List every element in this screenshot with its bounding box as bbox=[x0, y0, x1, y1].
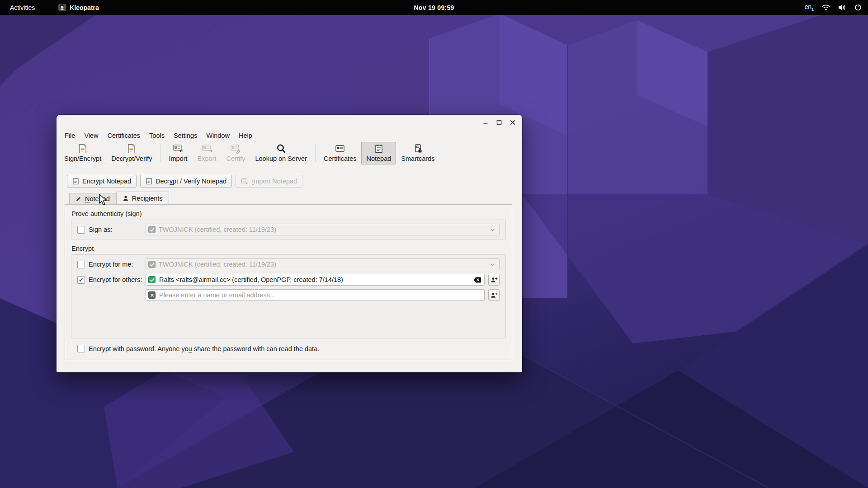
toolbar-sign-encrypt[interactable]: Sign/Encrypt bbox=[59, 142, 106, 164]
menu-view[interactable]: View bbox=[80, 131, 103, 140]
toolbar-lookup-on-server[interactable]: Lookup on Server bbox=[250, 142, 311, 164]
menu-help[interactable]: Help bbox=[234, 131, 257, 140]
menu-settings[interactable]: Settings bbox=[169, 131, 202, 140]
pencil-icon bbox=[75, 196, 82, 202]
certificates-icon bbox=[335, 144, 345, 154]
sign-as-combobox: TWOJNICK (certified, created: 11/19/23) bbox=[146, 224, 500, 235]
encrypt-for-me-combobox: TWOJNICK (certified, created: 11/19/23) bbox=[146, 258, 500, 270]
encrypt-section-title: Encrypt bbox=[71, 245, 506, 252]
encrypt-with-password-label: Encrypt with password. Anyone you share … bbox=[89, 345, 319, 352]
kleopatra-app-icon bbox=[58, 4, 66, 11]
toolbar-certificates[interactable]: Certificates bbox=[319, 142, 362, 164]
password-option-row: Encrypt with password. Anyone you share … bbox=[77, 345, 506, 352]
close-button[interactable] bbox=[507, 117, 519, 128]
encrypt-for-me-value: TWOJNICK (certified, created: 11/19/23) bbox=[159, 261, 276, 268]
chevron-down-icon bbox=[490, 263, 495, 266]
sign-as-label: Sign as: bbox=[89, 226, 146, 233]
import-icon bbox=[173, 144, 184, 154]
system-status-area[interactable]: en1 bbox=[804, 3, 862, 12]
toolbar-notepad[interactable]: Notepad bbox=[361, 142, 396, 164]
decrypt-verify-notepad-button[interactable]: Decrypt / Verify Notepad bbox=[140, 175, 232, 188]
notepad-icon bbox=[374, 144, 384, 154]
volume-icon[interactable] bbox=[838, 4, 846, 11]
select-recipient-button-2[interactable] bbox=[488, 289, 500, 301]
focused-app-name: Kleopatra bbox=[70, 4, 99, 11]
encrypt-groupbox: Encrypt for me: TWOJNICK (certified, cre… bbox=[71, 254, 506, 338]
minimize-icon bbox=[482, 119, 489, 126]
main-toolbar: Sign/Encrypt Decrypt/Verify Import bbox=[57, 141, 522, 166]
tab-recipients[interactable]: Recipients bbox=[116, 192, 169, 204]
checked-box-green-icon bbox=[148, 276, 156, 283]
x-box-icon bbox=[148, 291, 156, 299]
encrypt-notepad-button[interactable]: Encrypt Notepad bbox=[67, 175, 137, 188]
sign-as-checkbox[interactable] bbox=[77, 226, 85, 234]
checked-box-gray-icon bbox=[148, 226, 156, 233]
add-contact-icon bbox=[491, 292, 498, 299]
clear-backspace-icon bbox=[473, 277, 481, 283]
toolbar-smartcards[interactable]: Smartcards bbox=[396, 142, 439, 164]
toolbar-import[interactable]: Import bbox=[164, 142, 192, 164]
import-notepad-button: Import Notepad bbox=[236, 175, 302, 188]
encrypt-for-me-checkbox[interactable] bbox=[77, 261, 85, 268]
close-icon bbox=[509, 119, 516, 126]
clock[interactable]: Nov 19 09:59 bbox=[409, 3, 458, 12]
toolbar-export: Export bbox=[193, 142, 222, 164]
minimize-button[interactable] bbox=[480, 117, 491, 128]
sign-encrypt-icon bbox=[78, 144, 87, 154]
activities-button[interactable]: Activities bbox=[6, 3, 38, 12]
lookup-icon bbox=[276, 144, 286, 154]
menu-window[interactable]: Window bbox=[202, 131, 234, 140]
recipient-input-empty[interactable] bbox=[146, 289, 485, 301]
menu-tools[interactable]: Tools bbox=[145, 131, 169, 140]
sign-as-value: TWOJNICK (certified, created: 11/19/23) bbox=[159, 226, 276, 233]
toolbar-certify: Certify bbox=[222, 142, 250, 164]
toolbar-separator bbox=[160, 144, 160, 162]
add-contact-icon bbox=[491, 277, 498, 283]
person-icon bbox=[123, 195, 129, 202]
menu-bar: File View Certificates Tools Settings Wi… bbox=[57, 130, 522, 141]
certify-icon bbox=[230, 144, 241, 154]
import-notepad-icon bbox=[241, 178, 249, 185]
focused-app-menu[interactable]: Kleopatra bbox=[56, 3, 102, 12]
notepad-actions: Encrypt Notepad Decrypt / Verify Notepad… bbox=[67, 175, 522, 188]
mouse-cursor bbox=[99, 194, 108, 206]
encrypt-for-others-label: Encrypt for others: bbox=[89, 276, 146, 283]
maximize-icon bbox=[496, 119, 502, 126]
notepad-small-icon bbox=[146, 178, 152, 185]
chevron-down-icon bbox=[490, 228, 495, 231]
window-titlebar[interactable] bbox=[57, 115, 522, 130]
kleopatra-window: File View Certificates Tools Settings Wi… bbox=[57, 115, 522, 372]
smartcards-icon bbox=[413, 144, 423, 154]
sign-groupbox: Sign as: TWOJNICK (certified, created: 1… bbox=[71, 220, 506, 239]
wifi-icon[interactable] bbox=[822, 4, 830, 11]
recipient-input-filled[interactable]: Ralts <ralts@airmail.cc> (certified, Ope… bbox=[146, 274, 485, 286]
gnome-top-bar: Activities Kleopatra Nov 19 09:59 en1 bbox=[0, 0, 868, 15]
decrypt-verify-icon bbox=[127, 144, 136, 154]
sign-section-title: Prove authenticity (sign) bbox=[71, 210, 506, 217]
menu-file[interactable]: File bbox=[60, 131, 80, 140]
encrypt-for-me-label: Encrypt for me: bbox=[89, 261, 146, 268]
maximize-button[interactable] bbox=[493, 117, 505, 128]
notepad-small-icon bbox=[72, 178, 79, 185]
menu-certificates[interactable]: Certificates bbox=[103, 131, 145, 140]
recipient-search-input[interactable] bbox=[159, 291, 481, 299]
encrypt-for-others-checkbox[interactable] bbox=[77, 276, 85, 284]
recipient-value: Ralts <ralts@airmail.cc> (certified, Ope… bbox=[159, 276, 343, 283]
notepad-tabbar: Notepad Recipients bbox=[69, 192, 522, 204]
clear-recipient-button[interactable] bbox=[473, 277, 481, 283]
recipients-panel: Prove authenticity (sign) Sign as: TWOJN… bbox=[65, 204, 512, 360]
power-icon[interactable] bbox=[854, 4, 862, 11]
select-recipient-button[interactable] bbox=[488, 274, 500, 286]
toolbar-decrypt-verify[interactable]: Decrypt/Verify bbox=[106, 142, 157, 164]
checked-box-gray-icon bbox=[148, 261, 156, 268]
tab-notepad[interactable]: Notepad bbox=[69, 193, 116, 204]
export-icon bbox=[202, 144, 212, 154]
keyboard-layout-indicator[interactable]: en1 bbox=[804, 3, 814, 12]
encrypt-with-password-checkbox[interactable] bbox=[77, 345, 85, 352]
toolbar-separator bbox=[315, 144, 316, 162]
